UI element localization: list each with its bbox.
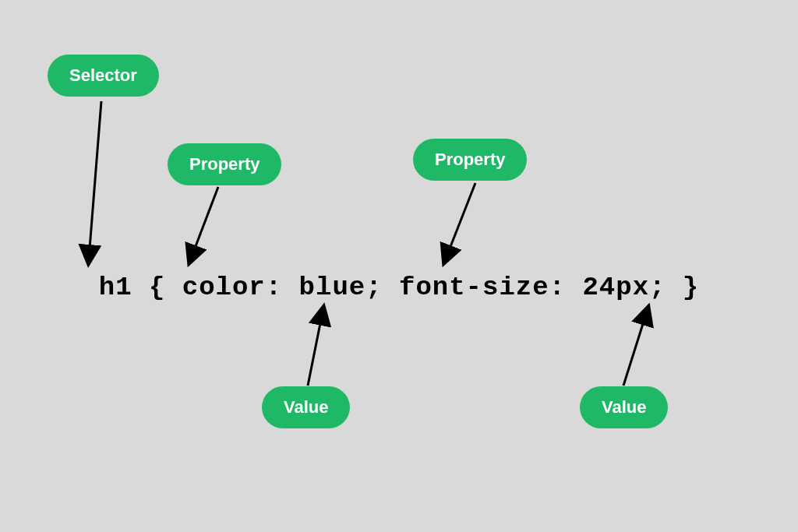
label-value-2: Value — [580, 386, 668, 428]
css-rule-code: h1 { color: blue; font-size: 24px; } — [0, 273, 798, 302]
svg-line-4 — [623, 312, 647, 386]
label-selector: Selector — [48, 55, 159, 97]
svg-line-1 — [191, 187, 218, 259]
label-property-1: Property — [168, 143, 281, 185]
label-value-1: Value — [262, 386, 350, 428]
svg-line-0 — [89, 101, 101, 259]
svg-line-3 — [308, 312, 323, 386]
svg-line-2 — [446, 183, 475, 259]
label-property-2: Property — [413, 139, 527, 181]
